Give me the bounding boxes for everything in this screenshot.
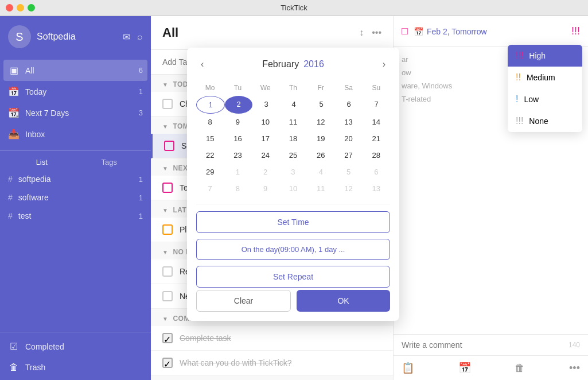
clear-button[interactable]: Clear	[196, 290, 291, 312]
cal-date[interactable]: 18	[279, 130, 307, 147]
cal-date[interactable]: 11	[279, 114, 307, 130]
cal-date[interactable]: 6	[335, 96, 363, 114]
task-checkbox[interactable]	[164, 141, 174, 151]
cal-date[interactable]: 4	[307, 164, 334, 180]
cal-date[interactable]: 10	[279, 180, 307, 197]
cal-date[interactable]: 12	[307, 114, 334, 130]
task-delete[interactable]: 🗑	[515, 362, 525, 374]
cal-date[interactable]: 12	[334, 180, 362, 197]
cal-date[interactable]: 4	[280, 96, 307, 114]
cal-date[interactable]: 13	[334, 114, 362, 130]
task-checkbox[interactable]: ✓	[162, 358, 173, 368]
cal-date[interactable]: 15	[196, 130, 224, 147]
reminder-button[interactable]: On the day(09:00 AM), 1 day ...	[196, 239, 390, 260]
set-repeat-button[interactable]: Set Repeat	[196, 266, 390, 288]
cal-day-su: Su	[363, 80, 390, 96]
cal-date[interactable]: 8	[224, 180, 251, 197]
cal-date[interactable]: 24	[252, 147, 279, 164]
task-date-badge[interactable]: 📅 Feb 2, Tomorrow	[414, 27, 571, 36]
cal-date[interactable]: 26	[307, 147, 334, 164]
cal-next-button[interactable]: ›	[378, 57, 390, 72]
cal-date[interactable]: 9	[224, 114, 251, 130]
priority-high[interactable]: !!! High	[508, 45, 582, 67]
task-item[interactable]: ✓ Complete task	[151, 326, 393, 351]
priority-low-label: Low	[524, 95, 539, 104]
cal-date[interactable]: 7	[196, 180, 224, 197]
cal-date[interactable]: 22	[196, 147, 224, 164]
cal-date[interactable]: 29	[196, 164, 224, 180]
more-icon[interactable]: •••	[372, 28, 381, 38]
nav-item-today[interactable]: 📅 Today 1	[0, 81, 151, 102]
nav-item-completed[interactable]: ☑ Completed	[0, 336, 151, 357]
maximize-button[interactable]	[28, 4, 35, 11]
task-checkbox[interactable]	[162, 99, 173, 109]
cal-date[interactable]: 3	[279, 164, 307, 180]
task-item[interactable]: ✓ What can you do with TickTick?	[151, 351, 393, 375]
cal-date[interactable]: 3	[252, 96, 280, 114]
cal-date[interactable]: 20	[334, 130, 362, 147]
search-icon[interactable]: ⌕	[137, 32, 143, 42]
cal-date[interactable]: 5	[334, 164, 362, 180]
priority-low[interactable]: ! Low	[508, 88, 582, 110]
cal-divider	[196, 204, 390, 204]
minimize-button[interactable]	[17, 4, 24, 11]
cal-prev-button[interactable]: ‹	[196, 57, 208, 72]
task-checkbox[interactable]: ✓	[162, 333, 173, 343]
cal-date[interactable]: 5	[307, 96, 335, 114]
cal-date[interactable]: 8	[196, 114, 224, 130]
window-controls[interactable]	[6, 4, 35, 11]
nav-section: ▣ All 6 📅 Today 1 📆 Next 7 Days 3 📥 Inbo…	[0, 57, 151, 147]
priority-menu-button[interactable]: !!!	[571, 25, 580, 37]
cal-date[interactable]: 23	[224, 147, 251, 164]
cal-date[interactable]: 28	[363, 147, 390, 164]
nav-item-all[interactable]: ▣ All 6	[3, 60, 147, 81]
cal-date[interactable]: 11	[307, 180, 334, 197]
task-checkbox[interactable]	[162, 291, 173, 301]
priority-none[interactable]: !!! None	[508, 110, 582, 132]
task-action-2[interactable]: 📅	[458, 362, 471, 374]
mail-icon[interactable]: ✉	[123, 32, 130, 42]
cal-date[interactable]: 13	[363, 180, 390, 197]
priority-medium[interactable]: !! Medium	[508, 67, 582, 88]
task-checkbox[interactable]	[162, 224, 173, 235]
cal-date[interactable]: 2	[252, 164, 279, 180]
set-time-button[interactable]: Set Time	[196, 211, 390, 233]
cal-date[interactable]: 14	[363, 114, 390, 130]
cal-day-fr: Fr	[307, 80, 334, 96]
cal-date[interactable]: 21	[363, 130, 390, 147]
list-item-software[interactable]: # software 1	[0, 188, 151, 207]
cal-date-selected[interactable]: 2	[225, 96, 252, 114]
cal-week-6: 7 8 9 10 11 12 13	[196, 180, 390, 197]
task-checkbox[interactable]	[162, 183, 173, 193]
cal-date[interactable]: 1	[224, 164, 251, 180]
comment-input[interactable]	[402, 340, 568, 350]
sort-icon[interactable]: ↕	[359, 28, 364, 38]
ok-button[interactable]: OK	[297, 290, 390, 312]
nav-item-inbox[interactable]: 📥 Inbox	[0, 123, 151, 145]
task-action-1[interactable]: 📋	[402, 362, 414, 374]
next7days-icon: 📆	[8, 107, 20, 118]
close-button[interactable]	[6, 4, 13, 11]
cal-date[interactable]: 19	[307, 130, 334, 147]
cal-date[interactable]: 27	[334, 147, 362, 164]
nav-item-trash[interactable]: 🗑 Trash	[0, 357, 151, 378]
cal-date[interactable]: 9	[252, 180, 279, 197]
comment-area: 140	[394, 334, 588, 355]
task-checkbox[interactable]	[162, 266, 173, 277]
page-title: All	[162, 25, 359, 40]
cal-date[interactable]: 6	[363, 164, 390, 180]
cal-date[interactable]: 7	[363, 96, 390, 114]
cal-date[interactable]: 16	[224, 130, 251, 147]
tab-list[interactable]: List	[8, 158, 76, 166]
hash-icon: #	[8, 193, 13, 202]
list-item-softpedia[interactable]: # softpedia 1	[0, 170, 151, 188]
cal-date[interactable]: 17	[252, 130, 279, 147]
list-item-test[interactable]: # test 1	[0, 207, 151, 225]
calendar-icon: 📅	[414, 27, 423, 36]
task-more[interactable]: •••	[569, 362, 580, 374]
tab-tags[interactable]: Tags	[76, 158, 143, 166]
nav-item-next7days[interactable]: 📆 Next 7 Days 3	[0, 102, 151, 123]
cal-date[interactable]: 10	[252, 114, 279, 130]
cal-date[interactable]: 1	[196, 96, 225, 114]
cal-date[interactable]: 25	[279, 147, 307, 164]
